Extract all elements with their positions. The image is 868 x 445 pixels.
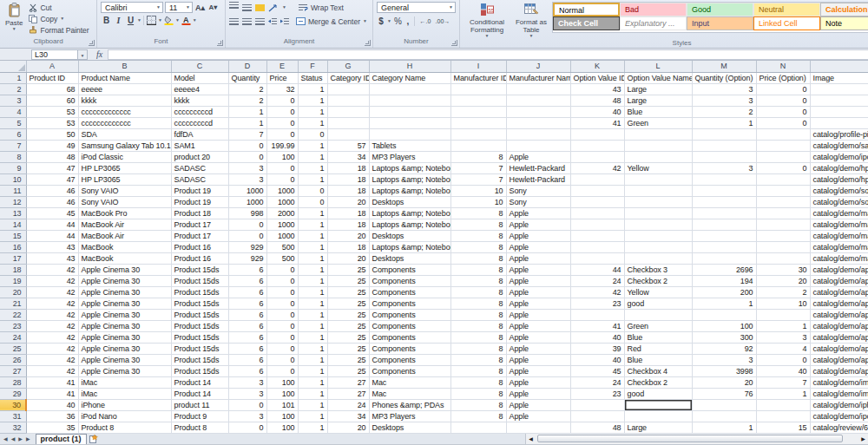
- cell[interactable]: [570, 252, 624, 264]
- cell[interactable]: good: [624, 298, 692, 309]
- cell[interactable]: catalog/demo/hp: [810, 162, 868, 173]
- cell[interactable]: 8: [450, 275, 506, 286]
- cell[interactable]: [756, 309, 810, 320]
- cell[interactable]: catalog/demo/ma: [810, 219, 868, 230]
- cell[interactable]: 42: [26, 365, 78, 376]
- cell[interactable]: Blue: [624, 331, 692, 343]
- cell[interactable]: [450, 117, 506, 128]
- cell[interactable]: 929: [228, 241, 266, 252]
- cell[interactable]: 1: [756, 320, 810, 331]
- cell[interactable]: Green: [624, 320, 692, 331]
- cell[interactable]: 34: [327, 410, 369, 422]
- cell[interactable]: [756, 230, 810, 241]
- align-bottom-icon[interactable]: [255, 4, 265, 11]
- cell[interactable]: Manufacturer Name: [506, 72, 570, 83]
- cell[interactable]: 47: [26, 162, 78, 173]
- cell[interactable]: 6: [228, 354, 266, 365]
- cell[interactable]: catalog/demo/ap: [810, 365, 868, 376]
- cell[interactable]: MacBook Air: [78, 230, 171, 241]
- cell[interactable]: 300: [692, 331, 756, 343]
- cell[interactable]: 49: [26, 140, 78, 151]
- cell[interactable]: 25: [327, 309, 369, 320]
- cell[interactable]: 25: [327, 264, 369, 275]
- cell[interactable]: Apple Cinema 30: [78, 275, 171, 286]
- row-header-12[interactable]: 12: [0, 196, 26, 207]
- cell[interactable]: 42: [26, 354, 78, 365]
- cell[interactable]: Apple: [506, 241, 570, 252]
- col-header-J[interactable]: J: [506, 61, 570, 72]
- cell[interactable]: 3: [228, 410, 266, 422]
- cell[interactable]: Components: [369, 309, 450, 320]
- cell[interactable]: 8: [450, 354, 506, 365]
- cell[interactable]: Apple: [506, 151, 570, 162]
- cell[interactable]: Apple: [506, 354, 570, 365]
- cell[interactable]: [450, 140, 506, 151]
- cell[interactable]: 0: [298, 185, 327, 196]
- cell[interactable]: 44: [26, 230, 78, 241]
- col-header-F[interactable]: F: [298, 61, 327, 72]
- cell[interactable]: 46: [26, 185, 78, 196]
- cell[interactable]: Apple Cinema 30: [78, 309, 171, 320]
- cell-style-bad[interactable]: Bad: [620, 3, 687, 16]
- cell[interactable]: [570, 185, 624, 196]
- cell[interactable]: [624, 219, 692, 230]
- cell[interactable]: product 20: [171, 151, 228, 162]
- cell[interactable]: 0: [266, 331, 298, 343]
- cell[interactable]: catalog/demo/ipo: [810, 151, 868, 162]
- cell[interactable]: [756, 196, 810, 207]
- cell[interactable]: Apple: [506, 410, 570, 422]
- cell[interactable]: [369, 106, 450, 117]
- increase-decimal-button[interactable]: ←.0: [418, 16, 433, 27]
- cell[interactable]: [327, 83, 369, 95]
- decrease-indent-icon[interactable]: [268, 17, 277, 25]
- row-header-25[interactable]: 25: [0, 343, 26, 354]
- cell[interactable]: [570, 219, 624, 230]
- cell[interactable]: 45: [570, 365, 624, 376]
- col-header-N[interactable]: N: [756, 61, 810, 72]
- cell[interactable]: MP3 Players: [369, 410, 450, 422]
- cell[interactable]: 25: [327, 331, 369, 343]
- cell[interactable]: [570, 410, 624, 422]
- cell[interactable]: [570, 207, 624, 219]
- paste-dropdown-arrow[interactable]: ▼: [12, 27, 16, 31]
- name-box[interactable]: L30: [31, 49, 78, 60]
- cell[interactable]: SADASC: [171, 173, 228, 185]
- cell[interactable]: 0: [266, 117, 298, 128]
- cell[interactable]: kkkk: [78, 95, 171, 106]
- cell[interactable]: 0: [266, 162, 298, 173]
- cell[interactable]: 1: [298, 422, 327, 433]
- cell[interactable]: Large: [624, 83, 692, 95]
- cell-style-note[interactable]: Note: [820, 16, 868, 30]
- cell[interactable]: 1000: [228, 185, 266, 196]
- next-sheet-button[interactable]: ▶: [18, 435, 23, 442]
- cell[interactable]: Laptops &amp; Notebooks: [369, 185, 450, 196]
- cell[interactable]: 18: [327, 207, 369, 219]
- cell[interactable]: Sony: [506, 185, 570, 196]
- cell[interactable]: 1: [298, 219, 327, 230]
- cell[interactable]: [756, 151, 810, 162]
- cell[interactable]: [692, 410, 756, 422]
- cell[interactable]: [570, 140, 624, 151]
- cell[interactable]: 39: [570, 343, 624, 354]
- cell[interactable]: Apple: [506, 399, 570, 410]
- cell[interactable]: 1: [298, 230, 327, 241]
- cell[interactable]: 2: [756, 286, 810, 298]
- cell[interactable]: 8: [450, 343, 506, 354]
- cell[interactable]: 1: [298, 83, 327, 95]
- cell[interactable]: 0: [266, 128, 298, 140]
- cell[interactable]: [692, 399, 756, 410]
- align-right-icon[interactable]: [255, 18, 265, 25]
- scroll-left-arrow[interactable]: ◀: [526, 435, 536, 442]
- cell[interactable]: catalog/demo/im: [810, 388, 868, 399]
- cell[interactable]: 0: [266, 286, 298, 298]
- col-header-L[interactable]: L: [624, 61, 692, 72]
- cell[interactable]: MacBook Pro: [78, 207, 171, 219]
- cell[interactable]: 3: [228, 388, 266, 399]
- cell[interactable]: good: [624, 388, 692, 399]
- col-header-A[interactable]: A: [26, 61, 78, 72]
- cell[interactable]: 20: [692, 376, 756, 388]
- cell[interactable]: 0: [266, 365, 298, 376]
- cell[interactable]: [570, 196, 624, 207]
- cell[interactable]: catalog/demo/ap: [810, 298, 868, 309]
- cell[interactable]: SADASC: [171, 162, 228, 173]
